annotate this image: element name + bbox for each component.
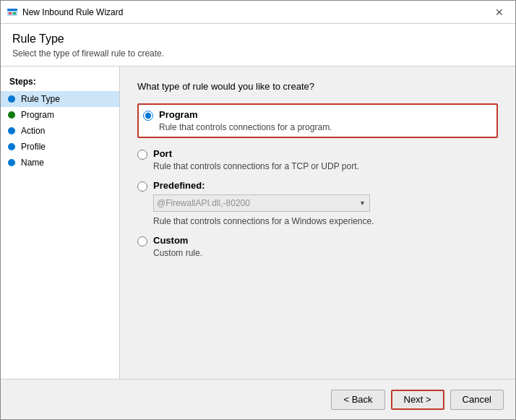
option-item-program: Program Rule that controls connections f… [137,103,498,140]
step-dot-rule-type [8,95,15,103]
option-item-custom: Custom Custom rule. [137,235,498,258]
sidebar-item-rule-type[interactable]: Rule Type [1,91,119,107]
svg-rect-3 [13,12,16,14]
step-dot-name [8,159,15,166]
svg-rect-2 [9,12,12,14]
predefined-option-row: Predefined: [137,180,498,192]
sidebar-label-profile: Profile [21,142,46,152]
next-button[interactable]: Next > [391,390,444,410]
wizard-icon [7,7,18,18]
option-item-predefined: Predefined: @FirewallAPI.dll,-80200 Rule… [137,180,498,226]
label-predefined[interactable]: Predefined: [153,180,205,191]
radio-port[interactable] [137,150,147,160]
radio-custom[interactable] [137,236,147,247]
sidebar-item-name[interactable]: Name [1,155,119,171]
option-item-port: Port Rule that controls connections for … [137,148,498,171]
title-bar: New Inbound Rule Wizard ✕ [1,1,515,24]
radio-program[interactable] [143,111,153,121]
page-header: Rule Type Select the type of firewall ru… [1,24,515,67]
desc-program: Rule that controls connections for a pro… [159,122,491,132]
custom-option-row: Custom [137,235,498,247]
label-custom[interactable]: Custom [153,235,188,246]
wizard-window: New Inbound Rule Wizard ✕ Rule Type Sele… [0,0,516,420]
sidebar-item-action[interactable]: Action [1,123,119,139]
step-dot-profile [8,143,15,150]
sidebar-item-profile[interactable]: Profile [1,139,119,155]
page-title: Rule Type [12,33,504,46]
label-port[interactable]: Port [153,148,172,159]
sidebar-label-name: Name [21,158,44,168]
sidebar-label-action: Action [21,126,45,136]
predefined-select[interactable]: @FirewallAPI.dll,-80200 [153,194,370,212]
desc-custom: Custom rule. [153,248,498,258]
sidebar-label-rule-type: Rule Type [21,94,60,104]
program-selected-box: Program Rule that controls connections f… [137,103,498,138]
page-subtitle: Select the type of firewall rule to crea… [12,48,504,59]
title-bar-text: New Inbound Rule Wizard [22,7,489,17]
desc-predefined: Rule that controls connections for a Win… [153,216,498,226]
desc-port: Rule that controls connections for a TCP… [153,161,498,171]
question-text: What type of rule would you like to crea… [137,81,498,92]
sidebar-item-program[interactable]: Program [1,107,119,123]
predefined-select-wrapper: @FirewallAPI.dll,-80200 [153,194,370,212]
back-button[interactable]: < Back [331,390,384,410]
cancel-button[interactable]: Cancel [450,390,504,410]
content-area: Steps: Rule Type Program Action Profile … [1,67,515,379]
step-dot-action [8,127,15,134]
port-option-row: Port [137,148,498,160]
sidebar-steps-label: Steps: [1,74,119,91]
radio-predefined[interactable] [137,181,147,192]
option-group: Program Rule that controls connections f… [137,103,498,258]
sidebar: Steps: Rule Type Program Action Profile … [1,67,120,379]
footer: < Back Next > Cancel [1,379,515,419]
sidebar-label-program: Program [21,110,54,120]
close-button[interactable]: ✕ [489,2,509,22]
program-option-row: Program [143,109,491,121]
main-content: What type of rule would you like to crea… [120,67,515,379]
svg-rect-1 [7,9,17,11]
step-dot-program [8,111,15,119]
label-program[interactable]: Program [159,109,197,120]
predefined-dropdown-wrapper: @FirewallAPI.dll,-80200 [153,194,498,212]
